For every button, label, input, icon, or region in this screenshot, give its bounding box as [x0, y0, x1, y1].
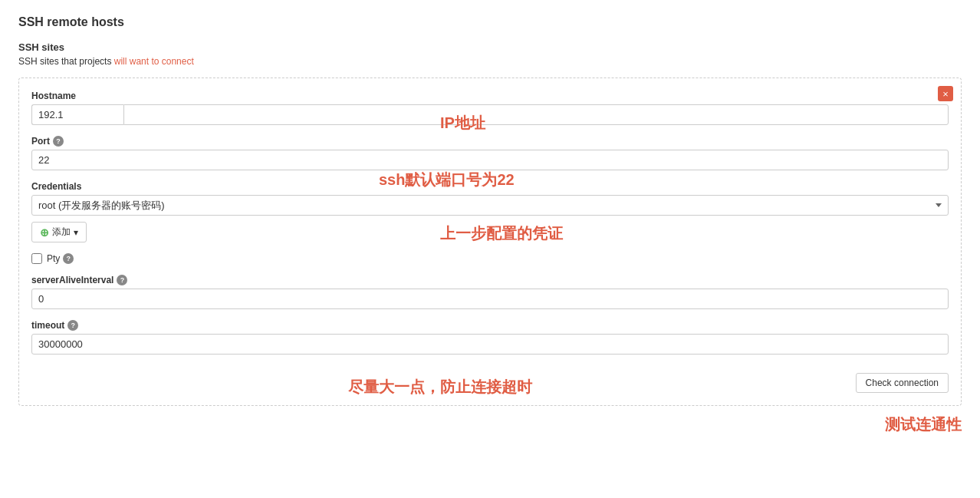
section-desc-link[interactable]: will want to connect	[114, 56, 194, 67]
pty-help-icon[interactable]: ?	[63, 253, 74, 264]
hostname-label: Hostname	[31, 91, 949, 101]
pty-checkbox[interactable]	[31, 253, 42, 264]
page-title: SSH remote hosts	[18, 15, 962, 29]
add-icon: ⊕	[40, 226, 49, 239]
port-help-icon[interactable]: ?	[53, 136, 64, 147]
hostname-input-full[interactable]	[123, 104, 949, 125]
credentials-select[interactable]: root (开发服务器的账号密码)	[31, 195, 949, 216]
add-credentials-button[interactable]: ⊕ 添加 ▾	[31, 222, 87, 242]
section-title: SSH sites	[18, 41, 962, 53]
port-label: Port ?	[31, 136, 949, 147]
annotation-check: 测试连通性	[885, 414, 962, 435]
close-button[interactable]: ×	[938, 86, 953, 101]
credentials-label: Credentials	[31, 181, 949, 192]
server-alive-input[interactable]: 0	[31, 289, 949, 309]
pty-label: Pty ?	[47, 253, 74, 264]
server-alive-help-icon[interactable]: ?	[117, 275, 127, 285]
section-desc: SSH sites that projects will want to con…	[18, 56, 962, 67]
timeout-label: timeout ?	[31, 320, 949, 331]
timeout-input[interactable]: 30000000	[31, 334, 949, 355]
port-input[interactable]: 22	[31, 150, 949, 170]
hostname-input-short[interactable]	[31, 104, 123, 125]
server-alive-label: serverAliveInterval ?	[31, 275, 949, 285]
check-connection-button[interactable]: Check connection	[856, 373, 949, 393]
timeout-help-icon[interactable]: ?	[67, 320, 78, 331]
add-button-label: 添加	[52, 226, 71, 239]
add-dropdown-icon: ▾	[74, 227, 78, 238]
